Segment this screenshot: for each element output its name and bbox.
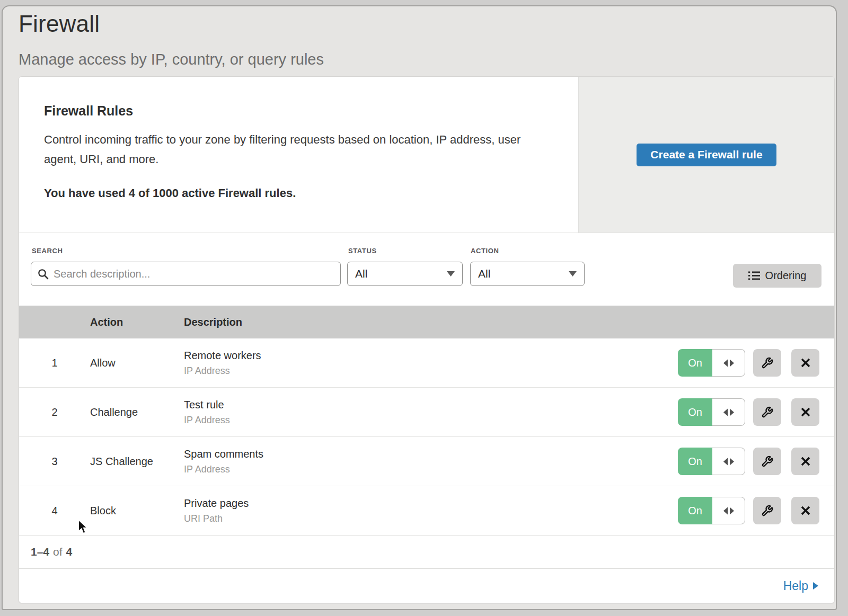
edit-rule-button[interactable]: [753, 497, 781, 524]
delete-rule-button[interactable]: [791, 398, 819, 426]
pagination-bar: 1–4 of 4: [19, 535, 834, 569]
rule-priority: 2: [19, 406, 90, 418]
wrench-icon: [761, 406, 773, 418]
action-column-header: Action: [90, 316, 184, 328]
x-icon: [800, 358, 811, 368]
ordering-button[interactable]: Ordering: [733, 264, 822, 288]
pagination-of-label: of: [53, 546, 63, 558]
arrow-right-icon: [813, 582, 818, 590]
filters-bar: SEARCH STATUS All ACTION All: [19, 233, 834, 306]
card-footer: Help: [19, 569, 834, 603]
page-title: Firewall: [19, 11, 836, 37]
card-header: Firewall Rules Control incoming traffic …: [19, 77, 834, 233]
rule-priority: 1: [19, 357, 90, 369]
action-select-value: All: [478, 267, 490, 280]
wrench-icon: [761, 505, 773, 517]
delete-rule-button[interactable]: [791, 497, 819, 524]
help-link[interactable]: Help: [783, 579, 818, 593]
rule-enabled-toggle[interactable]: On: [678, 349, 745, 377]
toggle-handle-arrows-icon[interactable]: [712, 398, 745, 426]
firewall-rules-card: Firewall Rules Control incoming traffic …: [19, 76, 835, 603]
toggle-handle-arrows-icon[interactable]: [712, 349, 745, 377]
table-row: 4 Block Private pages URI Path On: [19, 486, 834, 535]
delete-rule-button[interactable]: [791, 448, 819, 475]
rule-action: Challenge: [90, 406, 184, 418]
status-label: STATUS: [348, 247, 377, 255]
table-row: 3 JS Challenge Spam comments IP Address …: [19, 437, 834, 486]
toggle-on-label[interactable]: On: [678, 497, 712, 524]
rule-match-field: IP Address: [184, 415, 678, 426]
page-subtitle: Manage access by IP, country, or query r…: [19, 51, 836, 68]
wrench-icon: [761, 357, 773, 369]
rule-priority: 4: [19, 505, 90, 517]
ordering-button-label: Ordering: [765, 270, 807, 282]
rule-action: Block: [90, 505, 184, 517]
rule-action: JS Challenge: [90, 456, 184, 468]
rules-description: Control incoming traffic to your zone by…: [44, 130, 547, 169]
rule-description: Spam comments: [184, 448, 678, 460]
help-link-label: Help: [783, 579, 808, 593]
app-window: Firewall Manage access by IP, country, o…: [2, 5, 837, 610]
action-select[interactable]: All: [470, 262, 585, 286]
pagination-total: 4: [66, 546, 73, 558]
rules-usage-note: You have used 4 of 1000 active Firewall …: [44, 186, 557, 200]
rule-enabled-toggle[interactable]: On: [678, 497, 745, 524]
table-header: Action Description: [19, 306, 834, 338]
x-icon: [800, 407, 811, 417]
edit-rule-button[interactable]: [753, 349, 781, 377]
rule-match-field: URI Path: [184, 513, 678, 524]
toggle-on-label[interactable]: On: [678, 398, 712, 426]
delete-rule-button[interactable]: [791, 349, 819, 377]
ordered-list-icon: [748, 271, 760, 280]
rule-match-field: IP Address: [184, 464, 678, 475]
search-icon: [38, 269, 49, 280]
wrench-icon: [761, 456, 773, 468]
rule-match-field: IP Address: [184, 365, 678, 377]
rules-heading: Firewall Rules: [44, 103, 557, 119]
rule-description: Test rule: [184, 399, 678, 411]
action-label: ACTION: [471, 247, 499, 255]
toggle-handle-arrows-icon[interactable]: [712, 497, 745, 524]
x-icon: [800, 505, 811, 516]
toggle-handle-arrows-icon[interactable]: [712, 448, 745, 475]
description-column-header: Description: [184, 316, 834, 328]
pagination-range: 1–4: [31, 546, 49, 558]
chevron-down-icon: [447, 271, 455, 276]
toggle-on-label[interactable]: On: [678, 448, 712, 475]
search-label: SEARCH: [32, 247, 63, 255]
card-header-text: Firewall Rules Control incoming traffic …: [19, 77, 578, 233]
toggle-on-label[interactable]: On: [678, 349, 712, 377]
rule-description: Remote workers: [184, 350, 678, 362]
table-row: 2 Challenge Test rule IP Address On: [19, 388, 834, 437]
rule-enabled-toggle[interactable]: On: [678, 398, 745, 426]
rule-description: Private pages: [184, 497, 678, 510]
rule-action: Allow: [90, 357, 184, 369]
chevron-down-icon: [569, 271, 577, 276]
x-icon: [800, 456, 811, 467]
status-select[interactable]: All: [347, 262, 463, 286]
status-select-value: All: [355, 267, 367, 280]
card-header-action-panel: Create a Firewall rule: [578, 77, 834, 233]
rule-enabled-toggle[interactable]: On: [678, 448, 745, 475]
edit-rule-button[interactable]: [753, 398, 781, 426]
search-field[interactable]: [31, 262, 341, 286]
edit-rule-button[interactable]: [753, 448, 781, 475]
search-input[interactable]: [54, 268, 334, 280]
table-row: 1 Allow Remote workers IP Address On: [19, 338, 834, 388]
rule-priority: 3: [19, 456, 90, 468]
create-firewall-rule-button[interactable]: Create a Firewall rule: [637, 144, 776, 166]
